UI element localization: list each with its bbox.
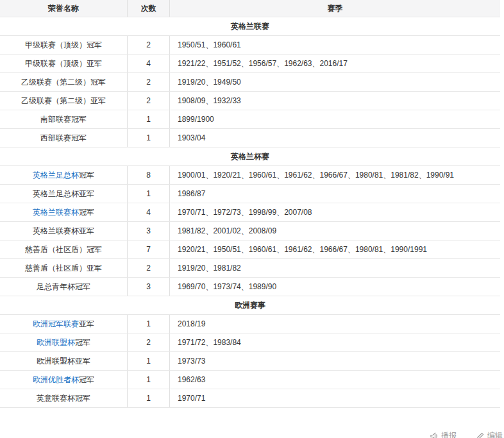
broadcast-label: 播报 — [441, 431, 457, 438]
table-row: 慈善盾（社区盾）冠军71920/21、1950/51、1960/61、1961/… — [0, 240, 500, 259]
honor-count: 4 — [128, 55, 170, 72]
table-row: 甲级联赛（顶级）冠军21950/51、1960/61 — [0, 36, 500, 55]
table-row: 英格兰足总杯亚军11986/87 — [0, 185, 500, 203]
honor-seasons: 1919/20、1949/50 — [170, 73, 500, 91]
honor-seasons: 1970/71、1972/73、1998/99、2007/08 — [170, 203, 500, 221]
honor-name: 英意联赛杯冠军 — [37, 393, 90, 404]
section-title: 英格兰杯赛 — [0, 147, 500, 165]
table-row: 乙级联赛（第二级）亚军21908/09、1932/33 — [0, 92, 500, 110]
table-row: 欧洲优胜者杯冠军11962/63 — [0, 371, 500, 389]
honor-name: 亚军 — [79, 319, 94, 330]
honor-seasons: 1962/63 — [170, 371, 500, 389]
honor-count: 1 — [128, 185, 170, 203]
edit-button[interactable]: 编辑 — [476, 431, 503, 438]
honor-count: 2 — [128, 92, 170, 110]
honor-name: 足总青年杯冠军 — [37, 282, 90, 292]
honor-name: 欧洲联盟杯亚军 — [37, 356, 90, 367]
honor-name-cell: 英格兰联赛杯冠军 — [0, 203, 128, 221]
section-row: 英格兰联赛 — [0, 17, 500, 36]
honor-name: 慈善盾（社区盾）亚军 — [25, 263, 102, 274]
honor-count: 3 — [128, 278, 170, 296]
honor-seasons: 1908/09、1932/33 — [170, 92, 500, 110]
honor-name-cell: 足总青年杯冠军 — [0, 278, 128, 296]
honor-name-cell: 欧洲冠军联赛亚军 — [0, 315, 128, 333]
honor-seasons: 1971/72、1983/84 — [170, 333, 500, 351]
honor-seasons: 2018/19 — [170, 315, 500, 333]
honor-name-cell: 英格兰足总杯亚军 — [0, 185, 128, 203]
table-row: 西部联赛冠军11903/04 — [0, 129, 500, 147]
table-row: 欧洲联盟杯冠军21971/72、1983/84 — [0, 333, 500, 352]
table-row: 英格兰联赛杯亚军31981/82、2001/02、2008/09 — [0, 222, 500, 240]
table-row: 欧洲联盟杯亚军11973/73 — [0, 352, 500, 371]
honor-seasons: 1986/87 — [170, 185, 500, 203]
honor-name-cell: 欧洲联盟杯亚军 — [0, 352, 128, 370]
broadcast-button[interactable]: 播报 — [430, 431, 457, 438]
section-title: 欧洲赛事 — [0, 296, 500, 314]
honor-seasons: 1970/71 — [170, 389, 500, 407]
honor-count: 7 — [128, 240, 170, 258]
honor-count: 1 — [128, 389, 170, 407]
honor-name-cell: 西部联赛冠军 — [0, 129, 128, 147]
honor-name-cell: 甲级联赛（顶级）亚军 — [0, 55, 128, 72]
honor-name: 冠军 — [79, 170, 94, 181]
honor-seasons: 1981/82、2001/02、2008/09 — [170, 222, 500, 240]
honor-name: 冠军 — [75, 337, 90, 348]
honor-seasons: 1920/21、1950/51、1960/61、1961/62、1966/67、… — [170, 240, 500, 258]
honor-name-cell: 南部联赛冠军 — [0, 110, 128, 128]
page-actions: 播报 编辑 — [430, 431, 503, 438]
honor-name: 西部联赛冠军 — [40, 133, 87, 144]
honors-table: 荣誉名称 次数 赛季 英格兰联赛甲级联赛（顶级）冠军21950/51、1960/… — [0, 0, 500, 408]
honor-name-cell: 慈善盾（社区盾）亚军 — [0, 259, 128, 277]
honor-seasons: 1919/20、1981/82 — [170, 259, 500, 277]
honor-name: 冠军 — [79, 207, 94, 218]
honor-seasons: 1903/04 — [170, 129, 500, 147]
honor-name: 慈善盾（社区盾）冠军 — [25, 244, 102, 255]
honor-count: 2 — [128, 36, 170, 54]
pencil-icon — [476, 431, 485, 438]
honor-name: 甲级联赛（顶级）亚军 — [25, 58, 102, 69]
honor-seasons: 1969/70、1973/74、1989/90 — [170, 278, 500, 296]
honor-seasons: 1921/22、1951/52、1956/57、1962/63、2016/17 — [170, 55, 500, 72]
column-header-honor-name: 荣誉名称 — [0, 0, 128, 17]
table-row: 英格兰联赛杯冠军41970/71、1972/73、1998/99、2007/08 — [0, 203, 500, 222]
honor-seasons: 1899/1900 — [170, 110, 500, 128]
table-body: 英格兰联赛甲级联赛（顶级）冠军21950/51、1960/61甲级联赛（顶级）亚… — [0, 17, 500, 408]
honor-name-cell: 乙级联赛（第二级）亚军 — [0, 92, 128, 110]
edit-label: 编辑 — [487, 431, 503, 438]
honor-link[interactable]: 英格兰足总杯 — [33, 170, 79, 181]
honor-count: 1 — [128, 315, 170, 333]
honor-count: 2 — [128, 333, 170, 351]
honor-name: 南部联赛冠军 — [40, 114, 87, 125]
honor-name-cell: 英意联赛杯冠军 — [0, 389, 128, 407]
honor-name-cell: 甲级联赛（顶级）冠军 — [0, 36, 128, 54]
honor-name: 英格兰联赛杯亚军 — [33, 226, 94, 237]
honor-name-cell: 欧洲优胜者杯冠军 — [0, 371, 128, 389]
speaker-icon — [430, 431, 439, 438]
honor-seasons: 1900/01、1920/21、1960/61、1961/62、1966/67、… — [170, 166, 500, 184]
section-row: 英格兰杯赛 — [0, 147, 500, 166]
honor-link[interactable]: 欧洲冠军联赛 — [33, 319, 79, 330]
honor-name: 乙级联赛（第二级）冠军 — [21, 77, 106, 88]
honor-name-cell: 乙级联赛（第二级）冠军 — [0, 73, 128, 91]
honor-link[interactable]: 欧洲联盟杯 — [37, 337, 75, 348]
table-row: 欧洲冠军联赛亚军12018/19 — [0, 315, 500, 333]
section-row: 欧洲赛事 — [0, 296, 500, 315]
honor-count: 2 — [128, 259, 170, 277]
honor-name: 乙级联赛（第二级）亚军 — [21, 96, 106, 106]
table-row: 英意联赛杯冠军11970/71 — [0, 389, 500, 408]
honor-name-cell: 慈善盾（社区盾）冠军 — [0, 240, 128, 258]
honor-seasons: 1973/73 — [170, 352, 500, 370]
table-row: 甲级联赛（顶级）亚军41921/22、1951/52、1956/57、1962/… — [0, 55, 500, 73]
table-row: 乙级联赛（第二级）冠军21919/20、1949/50 — [0, 73, 500, 92]
honor-name-cell: 欧洲联盟杯冠军 — [0, 333, 128, 351]
honor-link[interactable]: 英格兰联赛杯 — [33, 207, 79, 218]
column-header-count: 次数 — [128, 0, 170, 17]
honor-count: 2 — [128, 73, 170, 91]
honor-count: 1 — [128, 371, 170, 389]
honor-count: 1 — [128, 129, 170, 147]
honor-link[interactable]: 欧洲优胜者杯 — [33, 375, 79, 385]
honor-name-cell: 英格兰联赛杯亚军 — [0, 222, 128, 240]
honor-count: 1 — [128, 110, 170, 128]
honor-seasons: 1950/51、1960/61 — [170, 36, 500, 54]
honor-count: 1 — [128, 352, 170, 370]
